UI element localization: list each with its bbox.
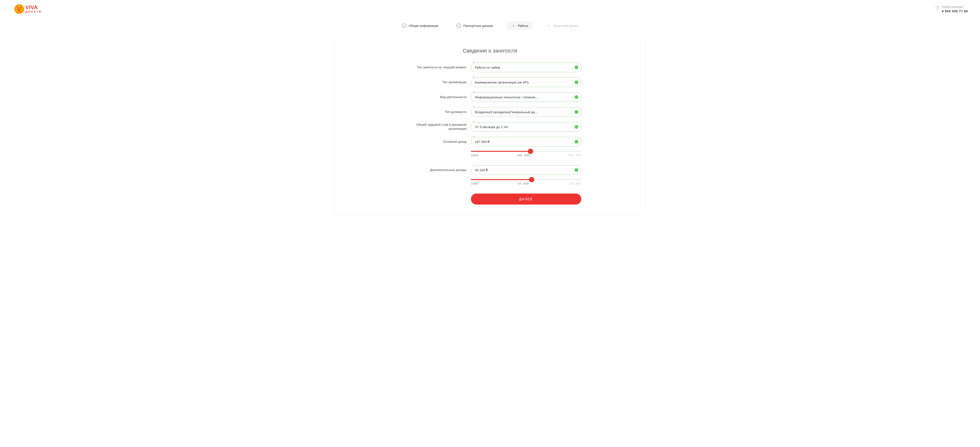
slider-max: 100 000: [568, 182, 581, 185]
label-org-type: Тип организации: [399, 80, 471, 84]
select-position[interactable]: Владелец/Совладелец/Генеральный ди… ⌄ ✓: [471, 107, 581, 117]
chevron-down-icon: ⌄: [571, 66, 573, 68]
step-work[interactable]: 3 Работа: [507, 22, 533, 30]
label-income: Основной доход: [399, 140, 471, 144]
slider-mid: 100 000: [517, 154, 530, 157]
logo-text-bottom: деньги: [25, 10, 42, 13]
step-number: 3: [511, 24, 515, 28]
step-payout: 4 Получение денег: [542, 22, 582, 30]
valid-icon: ✓: [574, 125, 578, 129]
stepper: ✓ Общая информация ✓ Паспортные данные 3…: [0, 21, 980, 30]
slider-thumb[interactable]: [528, 149, 533, 154]
step-general-info[interactable]: ✓ Общая информация: [398, 21, 443, 30]
step-label: Работа: [518, 24, 528, 28]
slider-thumb[interactable]: [529, 177, 534, 182]
chevron-down-icon: ⌄: [571, 111, 573, 113]
step-label: Получение денег: [553, 24, 578, 28]
chevron-down-icon: ⌄: [571, 126, 573, 128]
check-icon: ✓: [457, 24, 461, 28]
label-employment-type: Тип занятости на текущий момент: [399, 65, 471, 70]
chevron-down-icon: ⌄: [571, 81, 573, 84]
slider-max: 900 000: [568, 154, 581, 157]
select-activity[interactable]: Информационные технологии / телеком… ⌄ ✓: [471, 92, 581, 102]
logo[interactable]: V VIVA деньги: [14, 4, 42, 14]
input-extra-income[interactable]: 56 100 ₽ ✓: [471, 165, 581, 175]
logo-text-top: VIVA: [25, 5, 42, 10]
step-number: 4: [547, 24, 551, 28]
slider-min: 1000: [471, 182, 478, 185]
header: V VIVA деньги ? Нужна помощь? 8 800 550 …: [0, 0, 980, 18]
step-label: Паспортные данные: [463, 24, 493, 28]
next-button[interactable]: ДАЛЕЕ: [471, 193, 581, 204]
valid-icon: ✓: [574, 140, 578, 144]
logo-icon: V: [14, 4, 24, 14]
select-employment-type[interactable]: Работа по найму ⌄ ✓: [471, 63, 581, 72]
label-tenure: Общий трудовой стаж в указанной организа…: [399, 123, 471, 131]
page-title: Сведения о занятости: [344, 48, 636, 54]
input-income[interactable]: 187 000 ₽ ✓: [471, 137, 581, 146]
slider-extra-income[interactable]: [471, 179, 581, 180]
help-phone[interactable]: 8 800 550 77 66: [942, 10, 968, 13]
step-label: Общая информация: [409, 24, 439, 28]
help-icon[interactable]: ?: [935, 6, 940, 10]
step-passport[interactable]: ✓ Паспортные данные: [452, 21, 497, 30]
slider-mid: 50 000: [518, 182, 529, 185]
help-block: ? Нужна помощь? 8 800 550 77 66: [935, 5, 968, 13]
valid-icon: ✓: [574, 81, 578, 84]
label-extra-income: Дополнительные доходы: [399, 168, 471, 172]
valid-icon: ✓: [574, 168, 578, 172]
label-activity: Вид деятельности: [399, 95, 471, 99]
chevron-down-icon: ⌄: [571, 96, 573, 98]
valid-icon: ✓: [574, 95, 578, 99]
valid-icon: ✓: [574, 110, 578, 114]
select-org-type[interactable]: Коммерческая организация (не ИП) ⌄ ✓: [471, 78, 581, 87]
label-position: Тип должности: [399, 110, 471, 114]
check-icon: ✓: [402, 24, 406, 28]
slider-min: 1000: [471, 154, 478, 157]
help-label: Нужна помощь?: [942, 5, 968, 9]
select-tenure[interactable]: От 6 месяцев до 2 лет ⌄ ✓: [471, 122, 581, 132]
valid-icon: ✓: [574, 66, 578, 69]
slider-income[interactable]: [471, 151, 581, 152]
form-card: Сведения о занятости Тип занятости на те…: [334, 37, 646, 216]
